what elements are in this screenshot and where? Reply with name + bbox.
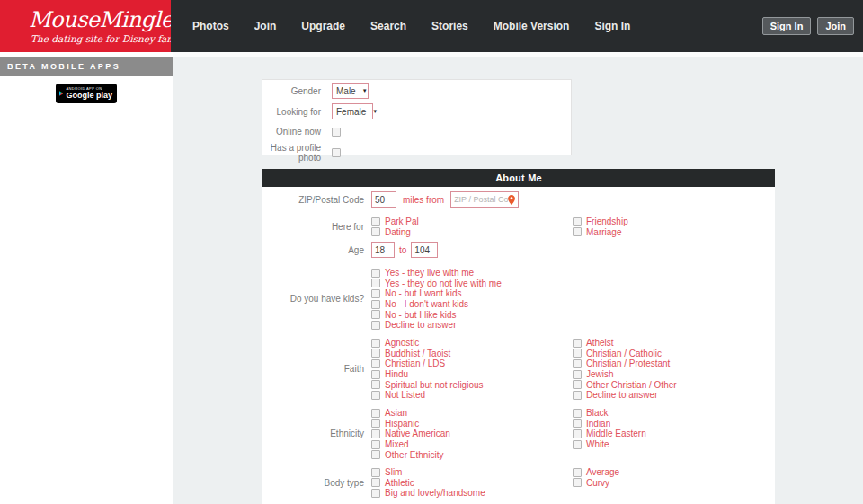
checkbox[interactable] xyxy=(573,349,582,358)
gender-select[interactable]: Male ▼ xyxy=(332,83,369,99)
join-button[interactable]: Join xyxy=(817,17,854,35)
checkbox[interactable] xyxy=(371,289,380,298)
checkbox-option[interactable]: No - but I want kids xyxy=(371,288,502,299)
faith-group: Faith Agnostic Buddhist / Taoist Christi… xyxy=(262,338,775,401)
checkbox-option[interactable]: Dating xyxy=(371,227,573,238)
checkbox-option[interactable]: Not Listed xyxy=(371,390,573,401)
checkbox-option[interactable]: Christian / LDS xyxy=(371,358,573,369)
checkbox[interactable] xyxy=(573,440,582,449)
has-profile-photo-checkbox[interactable] xyxy=(332,148,341,157)
online-now-checkbox[interactable] xyxy=(332,128,341,137)
checkbox-option[interactable]: Buddhist / Taoist xyxy=(371,349,573,359)
age-max-input[interactable] xyxy=(411,242,438,258)
checkbox[interactable] xyxy=(573,409,582,418)
checkbox[interactable] xyxy=(371,269,380,278)
checkbox[interactable] xyxy=(371,339,380,348)
checkbox-option[interactable]: Other Christian / Other xyxy=(573,379,775,390)
has-photo-row: Has a profile photo xyxy=(262,143,571,163)
checkbox[interactable] xyxy=(573,478,582,487)
checkbox[interactable] xyxy=(371,391,380,400)
checkbox-option[interactable]: Agnostic xyxy=(371,338,573,349)
mousemingle-logo[interactable]: MouseMingle.com The dating site for Disn… xyxy=(0,0,171,52)
checkbox-option[interactable]: Big and lovely/handsome xyxy=(371,488,573,499)
checkbox[interactable] xyxy=(371,279,380,287)
nav-item-mobile-version[interactable]: Mobile Version xyxy=(481,20,583,32)
checkbox[interactable] xyxy=(371,429,380,438)
checkbox[interactable] xyxy=(573,380,582,389)
checkbox[interactable] xyxy=(573,370,582,379)
checkbox-option[interactable]: Yes - they live with me xyxy=(371,268,502,279)
location-pin-icon[interactable] xyxy=(508,195,515,205)
checkbox[interactable] xyxy=(371,409,380,418)
checkbox-option-label: Dating xyxy=(385,227,411,237)
checkbox[interactable] xyxy=(573,339,582,348)
checkbox[interactable] xyxy=(573,429,582,438)
checkbox[interactable] xyxy=(371,468,380,477)
checkbox[interactable] xyxy=(371,450,380,459)
checkbox-option[interactable]: Christian / Protestant xyxy=(573,358,775,369)
zip-code-field[interactable] xyxy=(450,191,519,208)
checkbox-option[interactable]: Black xyxy=(573,408,775,419)
checkbox[interactable] xyxy=(371,440,380,449)
checkbox[interactable] xyxy=(371,227,380,236)
checkbox[interactable] xyxy=(573,359,582,368)
checkbox[interactable] xyxy=(371,489,380,498)
nav-item-sign-in[interactable]: Sign In xyxy=(582,20,643,32)
checkbox-option[interactable]: Athletic xyxy=(371,478,573,489)
checkbox-option[interactable]: Park Pal xyxy=(371,217,573,227)
checkbox-option[interactable]: Decline to answer xyxy=(573,390,775,401)
checkbox-option[interactable]: Hindu xyxy=(371,369,573,380)
checkbox[interactable] xyxy=(573,468,582,477)
looking-for-select[interactable]: Female ▼ xyxy=(332,103,373,119)
checkbox[interactable] xyxy=(371,478,380,487)
checkbox-option[interactable]: Other Ethnicity xyxy=(371,449,573,460)
checkbox-option[interactable]: Christian / Catholic xyxy=(573,349,775,359)
checkbox-option[interactable]: Average xyxy=(573,467,775,478)
nav-item-join[interactable]: Join xyxy=(242,20,289,32)
checkbox-option[interactable]: No - I don't want kids xyxy=(371,299,502,310)
checkbox[interactable] xyxy=(371,359,380,368)
looking-for-row: Looking for Female ▼ xyxy=(262,103,571,119)
checkbox[interactable] xyxy=(371,310,380,319)
checkbox[interactable] xyxy=(371,321,380,330)
checkbox-option[interactable]: Mixed xyxy=(371,439,573,450)
checkbox-option[interactable]: Jewish xyxy=(573,369,775,380)
checkbox[interactable] xyxy=(573,217,582,226)
checkbox[interactable] xyxy=(371,370,380,379)
age-min-input[interactable] xyxy=(371,242,395,258)
nav-item-search[interactable]: Search xyxy=(358,20,419,32)
checkbox-option[interactable]: Curvy xyxy=(573,478,775,489)
checkbox[interactable] xyxy=(573,227,582,236)
checkbox-option[interactable]: Middle Eastern xyxy=(573,429,775,439)
checkbox-option[interactable]: Decline to answer xyxy=(371,320,502,331)
online-now-row: Online now xyxy=(262,127,571,137)
zip-code-input[interactable] xyxy=(454,195,508,204)
checkbox-option[interactable]: Slim xyxy=(371,467,573,478)
checkbox[interactable] xyxy=(371,217,380,226)
nav-item-stories[interactable]: Stories xyxy=(419,20,481,32)
checkbox-option[interactable]: Friendship xyxy=(573,217,775,227)
checkbox[interactable] xyxy=(573,391,582,400)
sidebar: BETA MOBILE APPS ANDROID APP ON Google p… xyxy=(0,52,173,504)
checkbox-option[interactable]: Hispanic xyxy=(371,419,573,429)
checkbox-option[interactable]: Native American xyxy=(371,429,573,439)
checkbox[interactable] xyxy=(371,349,380,358)
checkbox-option[interactable]: Spiritual but not religious xyxy=(371,379,573,390)
checkbox-option[interactable]: Atheist xyxy=(573,338,775,349)
nav-item-upgrade[interactable]: Upgrade xyxy=(289,20,358,32)
checkbox-option[interactable]: Indian xyxy=(573,419,775,429)
checkbox-option[interactable]: Marriage xyxy=(573,227,775,238)
checkbox-option[interactable]: Yes - they do not live with me xyxy=(371,279,502,289)
nav-item-photos[interactable]: Photos xyxy=(180,20,242,32)
checkbox-option[interactable]: Asian xyxy=(371,408,573,419)
checkbox[interactable] xyxy=(371,300,380,309)
looking-for-select-value: Female xyxy=(336,107,366,117)
zip-radius-input[interactable] xyxy=(371,191,396,208)
sign-in-button[interactable]: Sign In xyxy=(762,17,812,35)
checkbox[interactable] xyxy=(371,380,380,389)
checkbox-option[interactable]: White xyxy=(573,439,775,450)
checkbox[interactable] xyxy=(371,419,380,428)
google-play-badge[interactable]: ANDROID APP ON Google play xyxy=(56,84,117,103)
checkbox[interactable] xyxy=(573,419,582,428)
checkbox-option[interactable]: No - but I like kids xyxy=(371,309,502,320)
